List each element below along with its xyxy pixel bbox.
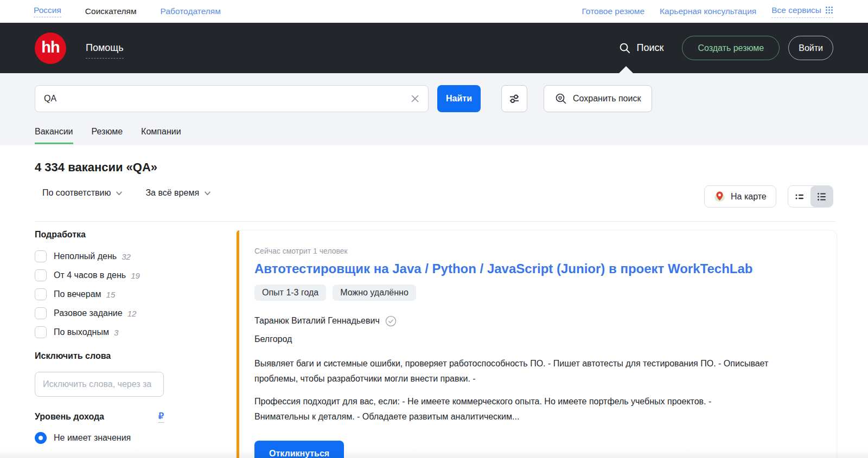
map-view-label: На карте [731, 192, 767, 202]
sliders-icon [508, 93, 520, 105]
period-dropdown[interactable]: За всё время [145, 188, 211, 198]
view-mode-toggle [788, 185, 833, 208]
map-pin-icon [714, 191, 725, 202]
checkbox[interactable] [35, 326, 47, 338]
view-mode-detailed[interactable] [810, 186, 833, 207]
tag-experience: Опыт 1-3 года [254, 285, 326, 301]
link-employers[interactable]: Работодателям [161, 7, 221, 16]
results-divider [35, 221, 836, 222]
list-detailed-icon [816, 191, 827, 202]
view-mode-compact[interactable] [788, 186, 810, 207]
filter-option-label: Разовое задание [54, 308, 123, 318]
region-selector[interactable]: Россия [34, 5, 61, 17]
header-search-label: Поиск [637, 42, 664, 54]
filter-option-count: 12 [127, 309, 137, 318]
save-search-button[interactable]: Сохранить поиск [544, 85, 652, 112]
apply-button[interactable]: Откликнуться [254, 441, 344, 458]
filter-option-weekends[interactable]: По выходным 3 [35, 326, 197, 338]
help-link[interactable]: Помощь [86, 42, 124, 54]
vacancy-description-1: Выявляет баги и системные ошибки, провер… [254, 356, 769, 386]
search-input[interactable] [44, 94, 410, 104]
period-label: За всё время [145, 188, 199, 198]
top-service-bar: Россия Соискателям Работодателям Готовое… [0, 0, 868, 23]
results-title: 4 334 вакансии «QA» [35, 160, 157, 175]
link-career-consult[interactable]: Карьерная консультация [660, 7, 756, 16]
save-search-label: Сохранить поиск [573, 94, 641, 104]
create-resume-button[interactable]: Создать резюме [682, 36, 780, 60]
filter-option-one-task[interactable]: Разовое задание 12 [35, 307, 197, 319]
list-short-icon [794, 191, 805, 202]
topbar-left: Россия Соискателям Работодателям [34, 5, 221, 17]
employer-name-link[interactable]: Таранюк Виталий Геннадьевич [254, 316, 380, 326]
vacancy-tags: Опыт 1-3 года Можно удалённо [254, 285, 815, 301]
filter-option-label: По вечерам [54, 289, 101, 299]
tag-remote: Можно удалённо [333, 285, 416, 301]
clear-search-icon[interactable] [410, 93, 420, 104]
topbar-right: Готовое резюме Карьерная консультация Вс… [582, 5, 833, 18]
sort-controls: По соответствию За всё время [42, 188, 211, 198]
income-option-any[interactable]: Не имеет значения [35, 432, 197, 444]
checkbox[interactable] [35, 250, 47, 262]
filter-parttime-title: Подработка [35, 230, 197, 240]
filter-option-label: По выходным [54, 327, 109, 337]
vacancy-title-link[interactable]: Автотестировщик на Java / Python / JavaS… [254, 261, 815, 277]
sort-by-dropdown[interactable]: По соответствию [42, 188, 123, 198]
chevron-down-icon [204, 190, 211, 197]
hh-logo-text: hh [41, 38, 59, 56]
filter-option-evenings[interactable]: По вечерам 15 [35, 288, 197, 300]
filter-option-count: 3 [114, 328, 118, 337]
tab-companies[interactable]: Компании [141, 127, 181, 144]
link-applicants[interactable]: Соискателям [85, 7, 137, 16]
login-button[interactable]: Войти [788, 36, 833, 60]
chevron-down-icon [116, 190, 123, 197]
hh-logo[interactable]: hh [35, 33, 66, 64]
filter-option-4hours[interactable]: От 4 часов в день 19 [35, 269, 197, 281]
vacancy-card: Сейчас смотрит 1 человек Автотестировщик… [236, 230, 837, 458]
checkbox[interactable] [35, 307, 47, 319]
filter-option-label: От 4 часов в день [54, 270, 126, 280]
filter-option-count: 32 [122, 252, 131, 261]
vacancy-city: Белгород [254, 334, 815, 345]
verified-icon [385, 315, 397, 327]
grid-icon [825, 6, 833, 14]
search-tabs: Вакансии Резюме Компании [35, 127, 833, 144]
sort-by-label: По соответствию [42, 188, 111, 198]
all-services-label: Все сервисы [771, 5, 821, 15]
filter-exclude-title: Исключить слова [35, 351, 197, 361]
filters-button[interactable] [501, 85, 527, 112]
vacancy-description-2: Профессия подходит для вас, если: - Не и… [254, 394, 769, 424]
find-button[interactable]: Найти [437, 85, 481, 112]
filter-option-part-day[interactable]: Неполный день 32 [35, 250, 197, 262]
search-panel: Найти Сохранить поиск Вакансии Резюме Ко… [0, 73, 868, 145]
tab-resumes[interactable]: Резюме [92, 127, 123, 144]
search-query-box [35, 85, 429, 112]
search-panel-caret [619, 66, 633, 73]
filter-option-count: 19 [131, 271, 140, 280]
checkbox[interactable] [35, 288, 47, 300]
income-option-label: Не имеет значения [54, 433, 131, 443]
filter-option-count: 15 [106, 290, 116, 299]
currency-switch[interactable]: ₽ [158, 411, 164, 423]
exclude-words-input[interactable] [35, 372, 164, 397]
radio-selected[interactable] [35, 432, 47, 444]
filters-sidebar: Подработка Неполный день 32 От 4 часов в… [35, 230, 197, 444]
search-heart-icon [555, 93, 567, 105]
link-ready-resume[interactable]: Готовое резюме [582, 7, 645, 16]
tab-vacancies[interactable]: Вакансии [35, 127, 73, 144]
filter-option-label: Неполный день [54, 251, 117, 261]
link-all-services[interactable]: Все сервисы [771, 5, 833, 18]
filter-income-title: Уровень дохода [35, 412, 104, 422]
map-view-button[interactable]: На карте [704, 185, 776, 208]
search-icon [618, 42, 631, 54]
header-search-button[interactable]: Поиск [618, 42, 664, 54]
watching-now: Сейчас смотрит 1 человек [254, 247, 815, 256]
employer-row: Таранюк Виталий Геннадьевич [254, 315, 815, 327]
main-header: hh Помощь Поиск Создать резюме Войти [0, 23, 868, 73]
checkbox[interactable] [35, 269, 47, 281]
